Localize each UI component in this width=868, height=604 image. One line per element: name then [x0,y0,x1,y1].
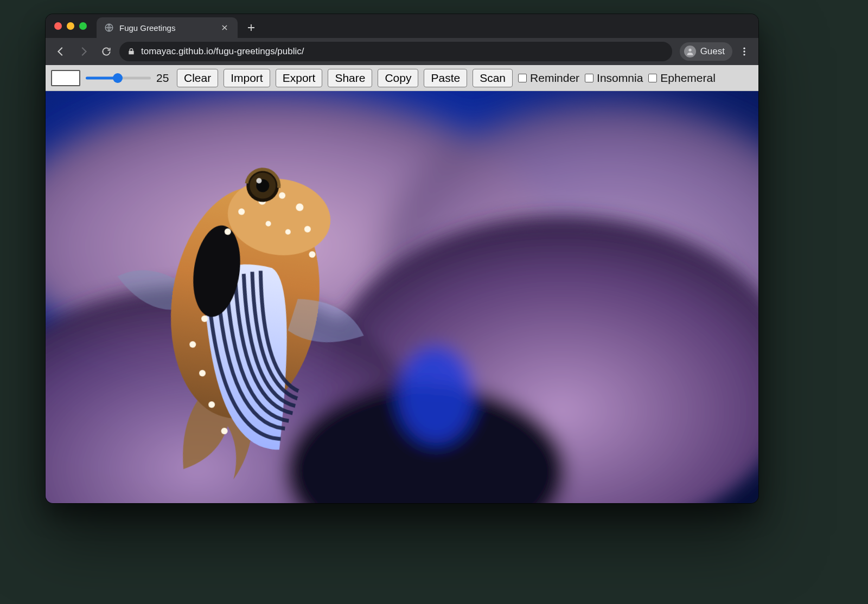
url-text: tomayac.github.io/fugu-greetings/public/ [141,46,304,57]
browser-menu-button[interactable] [736,42,753,61]
brush-size-slider[interactable] [86,73,151,83]
back-button[interactable] [51,42,71,61]
checkbox-box [585,74,593,82]
svg-point-1 [688,49,691,52]
window-close-button[interactable] [54,22,62,30]
new-tab-button[interactable] [243,20,259,36]
window-controls [51,14,92,38]
lock-icon [127,47,136,56]
checkbox-label: Reminder [530,72,579,85]
browser-window: Fugu Greetings [46,14,758,503]
reminder-checkbox[interactable]: Reminder [518,72,579,85]
forward-button[interactable] [74,42,93,61]
profile-button[interactable]: Guest [680,42,732,61]
clear-button[interactable]: Clear [177,69,218,87]
color-picker[interactable] [51,70,80,86]
checkbox-label: Insomnia [597,72,643,85]
share-button[interactable]: Share [328,69,372,87]
paste-button[interactable]: Paste [424,69,467,87]
canvas[interactable] [46,91,758,503]
svg-point-4 [743,54,745,55]
profile-label: Guest [700,46,725,57]
reload-button[interactable] [97,42,116,61]
globe-icon [104,23,114,33]
scan-button[interactable]: Scan [473,69,513,87]
checkbox-label: Ephemeral [660,72,716,85]
checkbox-box [648,74,657,82]
person-icon [684,46,696,57]
close-icon[interactable] [219,22,230,33]
page-content: 25 Clear Import Export Share Copy Paste … [46,65,758,503]
browser-tab[interactable]: Fugu Greetings [97,17,238,38]
brush-size-value: 25 [156,72,171,85]
insomnia-checkbox[interactable]: Insomnia [585,72,643,85]
canvas-image [46,91,758,503]
copy-button[interactable]: Copy [378,69,418,87]
export-button[interactable]: Export [276,69,323,87]
import-button[interactable]: Import [224,69,270,87]
window-zoom-button[interactable] [79,22,87,30]
tab-strip: Fugu Greetings [46,14,758,38]
checkbox-box [518,74,527,82]
svg-point-3 [743,50,745,52]
window-minimize-button[interactable] [67,22,74,30]
svg-point-2 [743,48,745,49]
ephemeral-checkbox[interactable]: Ephemeral [648,72,716,85]
browser-toolbar: tomayac.github.io/fugu-greetings/public/… [46,38,758,65]
app-toolbar: 25 Clear Import Export Share Copy Paste … [46,65,758,91]
slider-thumb[interactable] [113,73,123,83]
tab-title: Fugu Greetings [119,23,175,33]
svg-point-11 [398,346,474,444]
address-bar[interactable]: tomayac.github.io/fugu-greetings/public/ [119,42,672,61]
